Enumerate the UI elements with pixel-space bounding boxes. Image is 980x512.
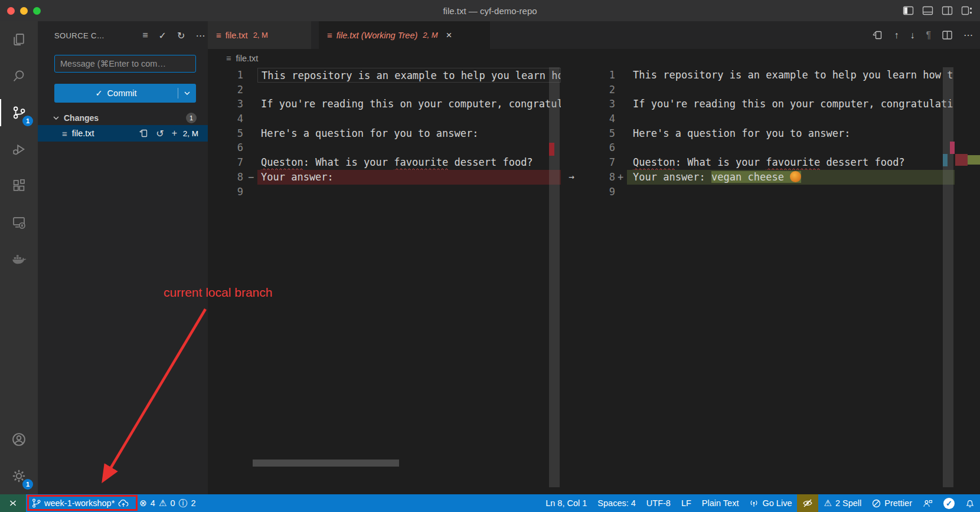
settings-button[interactable]: 1	[0, 458, 38, 494]
changed-file-row[interactable]: ≡ file.txt ↺ + 2, M	[38, 125, 208, 142]
line-text[interactable]: If you're reading this on your computer,…	[257, 97, 561, 111]
language-mode-indicator[interactable]: Plain Text	[697, 494, 744, 512]
commit-button-main[interactable]: ✓ Commit	[54, 88, 178, 98]
line-number: 9	[582, 185, 618, 199]
go-live-button[interactable]: Go Live	[744, 494, 797, 512]
toggle-secondary-sidebar-icon[interactable]	[942, 6, 952, 15]
line-text[interactable]: Your answer:	[257, 170, 561, 185]
line-text[interactable]	[257, 185, 561, 199]
line-text[interactable]	[627, 140, 955, 155]
spell-checker-hidden-toggle[interactable]	[797, 494, 818, 512]
prettier-indicator[interactable]: Prettier	[867, 494, 917, 512]
chevron-down-icon	[53, 116, 59, 120]
line-text[interactable]: Here's a question for you to answer:	[627, 126, 955, 141]
commit-action-icon[interactable]: ✓	[159, 30, 166, 41]
line-text[interactable]: Queston: What is your favourite dessert …	[627, 155, 955, 170]
close-window-button[interactable]	[7, 7, 15, 15]
error-count: 4	[151, 498, 155, 508]
line-text[interactable]	[257, 83, 561, 97]
problems-indicator[interactable]: ⊗ 4 ⚠ 0 ⓘ 2	[134, 494, 201, 512]
line-text[interactable]	[627, 185, 955, 199]
line-text[interactable]: This repository is an example to help yo…	[257, 68, 561, 83]
open-remote-window-button[interactable]	[0, 494, 26, 512]
toggle-panel-icon[interactable]	[923, 6, 933, 15]
branch-indicator[interactable]: week-1-workshop*	[26, 494, 134, 512]
right-editor-scrollbar[interactable]	[943, 67, 953, 487]
status-bar: week-1-workshop* ⊗ 4 ⚠ 0 ⓘ 2 Ln 8, Col 1…	[0, 494, 980, 512]
refresh-icon[interactable]: ↻	[177, 30, 185, 41]
more-actions-icon[interactable]: ⋯	[963, 29, 973, 41]
run-debug-icon	[12, 142, 26, 156]
diff-line: 9	[561, 185, 980, 199]
diff-left-editor[interactable]: 1 This repository is an example to help …	[208, 68, 561, 199]
open-changes-icon[interactable]	[872, 30, 883, 40]
toggle-sidebar-icon[interactable]	[903, 6, 913, 15]
render-whitespace-icon[interactable]: ¶	[926, 30, 931, 41]
file-icon: ≡	[327, 30, 332, 40]
previous-change-icon[interactable]: ↑	[894, 30, 899, 41]
line-text[interactable]: This repository is an example to help yo…	[627, 68, 955, 83]
diff-line-removed: 8− Your answer:	[208, 170, 561, 185]
branch-name: week-1-workshop*	[44, 498, 115, 508]
commit-dropdown-button[interactable]	[178, 91, 196, 95]
sidebar-item-explorer[interactable]	[0, 21, 38, 58]
line-number: 8	[208, 170, 248, 185]
view-and-sort-icon[interactable]: ≡	[142, 30, 148, 41]
check-circle-icon: ✓	[943, 498, 955, 509]
line-text[interactable]	[257, 140, 561, 155]
commit-message-input[interactable]	[54, 55, 196, 73]
eye-slash-icon	[802, 498, 813, 508]
remote-indicator-icon	[8, 498, 18, 508]
customize-layout-icon[interactable]	[962, 6, 972, 15]
line-number: 7	[208, 155, 248, 170]
line-text[interactable]	[257, 111, 561, 126]
diff-line: 6	[208, 140, 561, 155]
cursor-position-indicator[interactable]: Ln 8, Col 1	[540, 494, 592, 512]
commit-button[interactable]: ✓ Commit	[54, 84, 196, 103]
breadcrumb[interactable]: ≡ file.txt	[208, 49, 980, 67]
line-text[interactable]	[627, 83, 955, 97]
stage-changes-icon[interactable]: +	[172, 128, 177, 139]
zoom-window-button[interactable]	[33, 7, 41, 15]
line-text[interactable]: If you're reading this on your computer,…	[627, 97, 955, 111]
revert-block-arrow-icon[interactable]: →	[561, 170, 582, 185]
breadcrumb-file[interactable]: file.txt	[236, 54, 258, 63]
close-tab-icon[interactable]: ×	[446, 29, 452, 41]
line-text[interactable]: Your answer: vegan cheese 🥮	[627, 170, 955, 185]
tab-file-txt-working-tree[interactable]: ≡ file.txt (Working Tree) 2, M ×	[319, 21, 490, 49]
next-change-icon[interactable]: ↓	[910, 30, 914, 41]
open-file-icon[interactable]	[139, 129, 148, 138]
sidebar-item-search[interactable]	[0, 58, 38, 94]
feedback-button[interactable]	[917, 494, 938, 512]
encoding-indicator[interactable]: UTF-8	[641, 494, 676, 512]
warning-icon: ⚠	[159, 498, 166, 508]
sidebar-item-docker[interactable]	[0, 241, 38, 277]
disabled-circle-icon	[872, 499, 881, 508]
discard-changes-icon[interactable]: ↺	[156, 128, 164, 139]
indentation-indicator[interactable]: Spaces: 4	[592, 494, 641, 512]
diff-right-editor[interactable]: 1 This repository is an example to help …	[561, 68, 980, 199]
changes-section-header[interactable]: Changes 1	[38, 111, 208, 125]
line-text[interactable]: Queston: What is your favourite dessert …	[257, 155, 561, 170]
horizontal-scrollbar[interactable]	[253, 460, 399, 467]
eol-indicator[interactable]: LF	[676, 494, 697, 512]
spell-problems-indicator[interactable]: ⚠ 2 Spell	[818, 494, 867, 512]
left-editor-scrollbar[interactable]	[549, 67, 560, 487]
overview-ruler-deleted-mark	[549, 143, 554, 156]
removed-marker: −	[248, 170, 257, 185]
sidebar-item-extensions[interactable]	[0, 168, 38, 204]
diff-line: 1 This repository is an example to help …	[561, 68, 980, 83]
accounts-button[interactable]	[0, 421, 38, 458]
minimize-window-button[interactable]	[20, 7, 28, 15]
line-text[interactable]: Here's a question for you to answer:	[257, 126, 561, 141]
sidebar-item-remote-explorer[interactable]	[0, 204, 38, 241]
line-text[interactable]	[627, 111, 955, 126]
tab-file-txt[interactable]: ≡ file.txt 2, M	[208, 21, 311, 49]
sidebar-item-source-control[interactable]: 1	[0, 94, 38, 131]
extension-status-check[interactable]: ✓	[938, 494, 960, 512]
notifications-button[interactable]	[960, 494, 980, 512]
more-actions-icon[interactable]: ⋯	[195, 30, 205, 41]
sidebar-item-run-debug[interactable]	[0, 131, 38, 168]
title-bar: file.txt — cyf-demo-repo	[0, 0, 980, 21]
split-editor-icon[interactable]	[942, 31, 952, 40]
